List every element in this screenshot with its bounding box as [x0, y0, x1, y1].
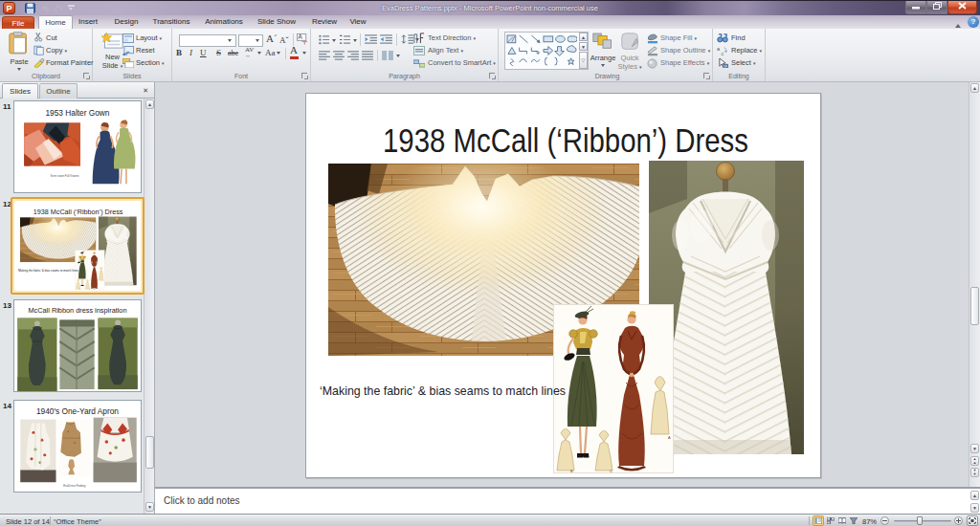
svg-text:1953 Halter Gown: 1953 Halter Gown	[45, 108, 109, 118]
svg-text:McCall Ribbon dress inspiratio: McCall Ribbon dress inspiration	[28, 306, 126, 315]
svg-text:c: c	[722, 51, 724, 55]
svg-text:Siren sewn Fall Gowns: Siren sewn Fall Gowns	[51, 174, 79, 178]
svg-text:a: a	[717, 46, 721, 52]
svg-text:1940's One-Yard Apron: 1940's One-Yard Apron	[36, 406, 119, 416]
svg-text:EvaDress Finding: EvaDress Finding	[63, 484, 85, 488]
